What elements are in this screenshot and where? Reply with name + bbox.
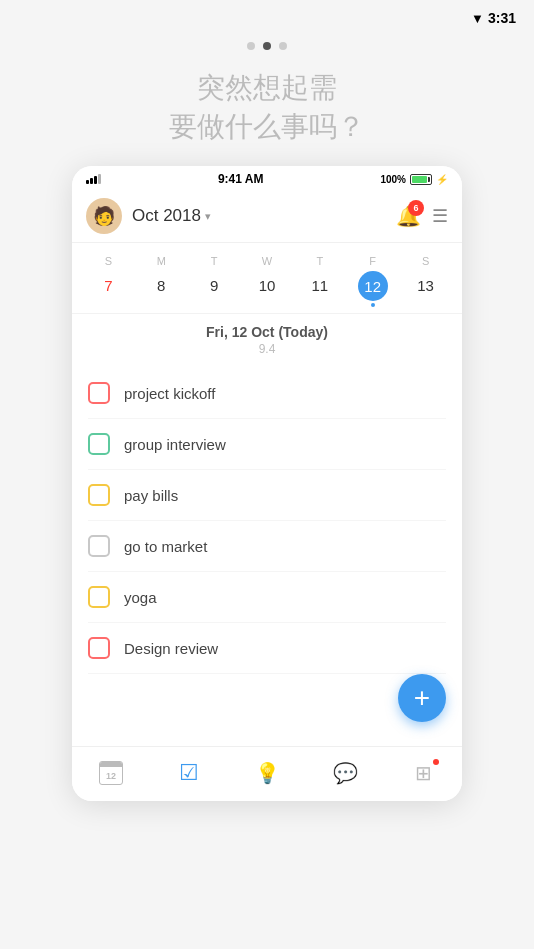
nav-chat[interactable]: 💬: [325, 757, 365, 789]
task-label-2: pay bills: [124, 487, 178, 504]
task-item-3[interactable]: go to market: [88, 521, 446, 572]
task-checkbox-1[interactable]: [88, 433, 110, 455]
grid-icon: ⊞: [415, 761, 432, 785]
task-label-5: Design review: [124, 640, 218, 657]
calendar-grid: S M T W T F S 7 8 9 10 11 12 13: [72, 243, 462, 313]
fab-container: +: [72, 690, 462, 746]
task-item-0[interactable]: project kickoff: [88, 368, 446, 419]
month-label-text: Oct 2018: [132, 206, 201, 226]
date-title: Fri, 12 Oct (Today): [72, 324, 462, 340]
check-icon: ☑: [179, 760, 199, 786]
task-label-4: yoga: [124, 589, 157, 606]
cal-day-10[interactable]: 10: [241, 271, 294, 307]
nav-store[interactable]: ⊞: [403, 757, 443, 789]
dot-2[interactable]: [279, 42, 287, 50]
task-checkbox-4[interactable]: [88, 586, 110, 608]
task-item-5[interactable]: Design review: [88, 623, 446, 674]
day-label-w: W: [241, 251, 294, 271]
page-dots: [247, 42, 287, 50]
menu-icon[interactable]: ☰: [432, 205, 448, 227]
month-selector[interactable]: Oct 2018 ▾: [132, 206, 211, 226]
battery-icon: [410, 174, 432, 185]
inner-time: 9:41 AM: [218, 172, 264, 186]
nav-calendar[interactable]: 12: [91, 757, 131, 789]
chevron-down-icon: ▾: [205, 210, 211, 223]
notification-badge: 6: [408, 200, 424, 216]
task-item-4[interactable]: yoga: [88, 572, 446, 623]
cal-icon-number: 12: [100, 767, 122, 784]
inner-status-bar: 9:41 AM 100% ⚡: [72, 166, 462, 190]
day-label-m: M: [135, 251, 188, 271]
headline-line2: 要做什么事吗？: [169, 107, 365, 146]
nav-tasks[interactable]: ☑: [169, 757, 209, 789]
battery-fill: [412, 176, 427, 183]
cal-day-9[interactable]: 9: [188, 271, 241, 307]
headline-line1: 突然想起需: [169, 68, 365, 107]
battery-percent: 100%: [380, 174, 406, 185]
day-labels-row: S M T W T F S: [82, 251, 452, 271]
date-sub: 9.4: [72, 342, 462, 356]
signal-bar-2: [90, 178, 93, 184]
date-label: Fri, 12 Oct (Today) 9.4: [72, 313, 462, 360]
battery-tip: [428, 177, 430, 182]
signal-bar-1: [86, 180, 89, 184]
headline: 突然想起需 要做什么事吗？: [169, 68, 365, 146]
signal-bars: [86, 174, 101, 184]
cal-day-7[interactable]: 7: [82, 271, 135, 307]
task-label-0: project kickoff: [124, 385, 215, 402]
lightning-icon: ⚡: [436, 174, 448, 185]
week-days-row: 7 8 9 10 11 12 13: [82, 271, 452, 307]
dot-0[interactable]: [247, 42, 255, 50]
chat-icon: 💬: [333, 761, 358, 785]
wifi-icon: ▼: [471, 11, 484, 26]
calendar-icon: 12: [99, 761, 123, 785]
calendar-header: 🧑 Oct 2018 ▾ 🔔 6 ☰: [72, 190, 462, 243]
day-label-t1: T: [188, 251, 241, 271]
device-time: 3:31: [488, 10, 516, 26]
header-right: 🔔 6 ☰: [394, 202, 448, 230]
day-label-s2: S: [399, 251, 452, 271]
phone-frame: 9:41 AM 100% ⚡ 🧑 Oct 2018 ▾ 🔔 6 ☰ S: [72, 166, 462, 801]
cal-day-13[interactable]: 13: [399, 271, 452, 307]
device-status-bar: ▼ 3:31: [0, 0, 534, 30]
task-checkbox-5[interactable]: [88, 637, 110, 659]
bottom-nav: 12 ☑ 💡 💬 ⊞: [72, 746, 462, 801]
dot-1[interactable]: [263, 42, 271, 50]
signal-bar-3: [94, 176, 97, 184]
add-task-button[interactable]: +: [398, 674, 446, 722]
task-checkbox-3[interactable]: [88, 535, 110, 557]
task-checkbox-2[interactable]: [88, 484, 110, 506]
bulb-icon: 💡: [255, 761, 280, 785]
day-label-s: S: [82, 251, 135, 271]
inner-right-status: 100% ⚡: [380, 174, 448, 185]
day-label-t2: T: [293, 251, 346, 271]
today-dot: [371, 303, 375, 307]
signal-bar-4: [98, 174, 101, 184]
cal-day-12-today[interactable]: 12: [358, 271, 388, 301]
task-label-1: group interview: [124, 436, 226, 453]
store-dot: [433, 759, 439, 765]
cal-day-8[interactable]: 8: [135, 271, 188, 307]
avatar[interactable]: 🧑: [86, 198, 122, 234]
task-item-2[interactable]: pay bills: [88, 470, 446, 521]
notification-bell[interactable]: 🔔 6: [394, 202, 422, 230]
task-label-3: go to market: [124, 538, 207, 555]
task-list: project kickoff group interview pay bill…: [72, 360, 462, 690]
task-checkbox-0[interactable]: [88, 382, 110, 404]
cal-day-11[interactable]: 11: [293, 271, 346, 307]
task-item-1[interactable]: group interview: [88, 419, 446, 470]
nav-ideas[interactable]: 💡: [247, 757, 287, 789]
day-label-f: F: [346, 251, 399, 271]
